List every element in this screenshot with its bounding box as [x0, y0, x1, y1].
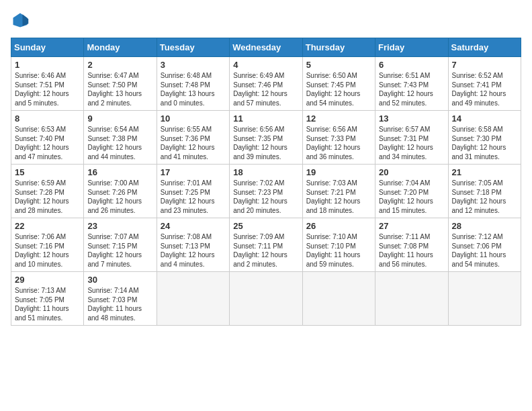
cell-info: Sunrise: 7:07 AMSunset: 7:15 PMDaylight:…: [87, 233, 142, 268]
logo: [11, 11, 32, 30]
day-number: 22: [15, 221, 80, 231]
calendar-week-2: 8 Sunrise: 6:53 AMSunset: 7:40 PMDayligh…: [11, 111, 521, 165]
calendar-week-4: 22 Sunrise: 7:06 AMSunset: 7:16 PMDaylig…: [11, 218, 521, 272]
calendar-cell: 6 Sunrise: 6:51 AMSunset: 7:43 PMDayligh…: [375, 57, 448, 111]
calendar-cell: [448, 272, 521, 326]
cell-info: Sunrise: 6:50 AMSunset: 7:45 PMDaylight:…: [306, 72, 361, 107]
calendar-cell: [230, 272, 302, 326]
cell-info: Sunrise: 6:58 AMSunset: 7:30 PMDaylight:…: [452, 126, 506, 161]
day-number: 20: [379, 167, 444, 177]
svg-marker-1: [23, 14, 29, 26]
cell-info: Sunrise: 6:46 AMSunset: 7:51 PMDaylight:…: [15, 72, 69, 107]
cell-info: Sunrise: 7:10 AMSunset: 7:10 PMDaylight:…: [306, 233, 361, 268]
cell-info: Sunrise: 6:59 AMSunset: 7:28 PMDaylight:…: [15, 179, 69, 214]
cell-info: Sunrise: 7:00 AMSunset: 7:26 PMDaylight:…: [87, 179, 142, 214]
calendar-table: SundayMondayTuesdayWednesdayThursdayFrid…: [11, 38, 521, 326]
day-number: 30: [87, 275, 152, 285]
cell-info: Sunrise: 7:01 AMSunset: 7:25 PMDaylight:…: [161, 179, 215, 214]
cell-info: Sunrise: 7:13 AMSunset: 7:05 PMDaylight:…: [15, 287, 69, 322]
cell-info: Sunrise: 6:53 AMSunset: 7:40 PMDaylight:…: [15, 126, 69, 161]
calendar-cell: 18 Sunrise: 7:02 AMSunset: 7:23 PMDaylig…: [230, 165, 302, 218]
calendar-cell: 23 Sunrise: 7:07 AMSunset: 7:15 PMDaylig…: [84, 218, 157, 272]
cell-info: Sunrise: 7:14 AMSunset: 7:03 PMDaylight:…: [87, 287, 142, 322]
cell-info: Sunrise: 7:11 AMSunset: 7:08 PMDaylight:…: [379, 233, 433, 268]
cell-info: Sunrise: 6:48 AMSunset: 7:48 PMDaylight:…: [161, 72, 215, 107]
weekday-header-friday: Friday: [375, 38, 448, 57]
calendar-cell: 8 Sunrise: 6:53 AMSunset: 7:40 PMDayligh…: [11, 111, 84, 165]
calendar-cell: 2 Sunrise: 6:47 AMSunset: 7:50 PMDayligh…: [84, 57, 157, 111]
weekday-header-saturday: Saturday: [448, 38, 521, 57]
day-number: 26: [306, 221, 371, 231]
day-number: 13: [379, 113, 444, 124]
cell-info: Sunrise: 7:04 AMSunset: 7:20 PMDaylight:…: [379, 179, 433, 214]
cell-info: Sunrise: 6:57 AMSunset: 7:31 PMDaylight:…: [379, 126, 433, 161]
calendar-week-3: 15 Sunrise: 6:59 AMSunset: 7:28 PMDaylig…: [11, 165, 521, 218]
day-number: 27: [379, 221, 444, 231]
day-number: 4: [233, 60, 298, 70]
calendar-cell: 17 Sunrise: 7:01 AMSunset: 7:25 PMDaylig…: [157, 165, 229, 218]
calendar-cell: 19 Sunrise: 7:03 AMSunset: 7:21 PMDaylig…: [302, 165, 375, 218]
cell-info: Sunrise: 6:55 AMSunset: 7:36 PMDaylight:…: [161, 126, 215, 161]
day-number: 18: [233, 167, 298, 177]
day-number: 19: [306, 167, 371, 177]
page-header: [11, 11, 521, 30]
cell-info: Sunrise: 6:49 AMSunset: 7:46 PMDaylight:…: [233, 72, 287, 107]
day-number: 10: [161, 113, 226, 124]
day-number: 29: [15, 275, 80, 285]
calendar-cell: 4 Sunrise: 6:49 AMSunset: 7:46 PMDayligh…: [230, 57, 302, 111]
calendar-cell: 29 Sunrise: 7:13 AMSunset: 7:05 PMDaylig…: [11, 272, 84, 326]
calendar-cell: 24 Sunrise: 7:08 AMSunset: 7:13 PMDaylig…: [157, 218, 229, 272]
calendar-cell: [375, 272, 448, 326]
calendar-cell: 13 Sunrise: 6:57 AMSunset: 7:31 PMDaylig…: [375, 111, 448, 165]
cell-info: Sunrise: 6:54 AMSunset: 7:38 PMDaylight:…: [87, 126, 142, 161]
cell-info: Sunrise: 6:56 AMSunset: 7:35 PMDaylight:…: [233, 126, 287, 161]
calendar-cell: 5 Sunrise: 6:50 AMSunset: 7:45 PMDayligh…: [302, 57, 375, 111]
day-number: 28: [452, 221, 517, 231]
calendar-cell: 1 Sunrise: 6:46 AMSunset: 7:51 PMDayligh…: [11, 57, 84, 111]
day-number: 3: [161, 60, 226, 70]
cell-info: Sunrise: 7:12 AMSunset: 7:06 PMDaylight:…: [452, 233, 506, 268]
day-number: 24: [161, 221, 226, 231]
cell-info: Sunrise: 7:09 AMSunset: 7:11 PMDaylight:…: [233, 233, 287, 268]
day-number: 25: [233, 221, 298, 231]
calendar-cell: 11 Sunrise: 6:56 AMSunset: 7:35 PMDaylig…: [230, 111, 302, 165]
cell-info: Sunrise: 6:47 AMSunset: 7:50 PMDaylight:…: [87, 72, 142, 107]
cell-info: Sunrise: 6:51 AMSunset: 7:43 PMDaylight:…: [379, 72, 433, 107]
day-number: 21: [452, 167, 517, 177]
calendar-cell: 15 Sunrise: 6:59 AMSunset: 7:28 PMDaylig…: [11, 165, 84, 218]
calendar-cell: 21 Sunrise: 7:05 AMSunset: 7:18 PMDaylig…: [448, 165, 521, 218]
weekday-header-monday: Monday: [84, 38, 157, 57]
cell-info: Sunrise: 7:03 AMSunset: 7:21 PMDaylight:…: [306, 179, 361, 214]
day-number: 17: [161, 167, 226, 177]
calendar-cell: 16 Sunrise: 7:00 AMSunset: 7:26 PMDaylig…: [84, 165, 157, 218]
calendar-week-5: 29 Sunrise: 7:13 AMSunset: 7:05 PMDaylig…: [11, 272, 521, 326]
weekday-header-wednesday: Wednesday: [230, 38, 302, 57]
cell-info: Sunrise: 7:05 AMSunset: 7:18 PMDaylight:…: [452, 179, 506, 214]
weekday-header-row: SundayMondayTuesdayWednesdayThursdayFrid…: [11, 38, 521, 57]
calendar-cell: 25 Sunrise: 7:09 AMSunset: 7:11 PMDaylig…: [230, 218, 302, 272]
day-number: 8: [15, 113, 80, 124]
day-number: 5: [306, 60, 371, 70]
day-number: 14: [452, 113, 517, 124]
weekday-header-sunday: Sunday: [11, 38, 84, 57]
calendar-cell: 27 Sunrise: 7:11 AMSunset: 7:08 PMDaylig…: [375, 218, 448, 272]
calendar-cell: [157, 272, 229, 326]
weekday-header-thursday: Thursday: [302, 38, 375, 57]
cell-info: Sunrise: 6:56 AMSunset: 7:33 PMDaylight:…: [306, 126, 361, 161]
calendar-week-1: 1 Sunrise: 6:46 AMSunset: 7:51 PMDayligh…: [11, 57, 521, 111]
calendar-cell: 14 Sunrise: 6:58 AMSunset: 7:30 PMDaylig…: [448, 111, 521, 165]
calendar-cell: 26 Sunrise: 7:10 AMSunset: 7:10 PMDaylig…: [302, 218, 375, 272]
cell-info: Sunrise: 6:52 AMSunset: 7:41 PMDaylight:…: [452, 72, 506, 107]
day-number: 12: [306, 113, 371, 124]
cell-info: Sunrise: 7:06 AMSunset: 7:16 PMDaylight:…: [15, 233, 69, 268]
calendar-cell: 12 Sunrise: 6:56 AMSunset: 7:33 PMDaylig…: [302, 111, 375, 165]
calendar-cell: 20 Sunrise: 7:04 AMSunset: 7:20 PMDaylig…: [375, 165, 448, 218]
day-number: 1: [15, 60, 80, 70]
calendar-cell: [302, 272, 375, 326]
calendar-cell: 22 Sunrise: 7:06 AMSunset: 7:16 PMDaylig…: [11, 218, 84, 272]
day-number: 9: [87, 113, 152, 124]
day-number: 2: [87, 60, 152, 70]
calendar-cell: 7 Sunrise: 6:52 AMSunset: 7:41 PMDayligh…: [448, 57, 521, 111]
day-number: 7: [452, 60, 517, 70]
day-number: 15: [15, 167, 80, 177]
